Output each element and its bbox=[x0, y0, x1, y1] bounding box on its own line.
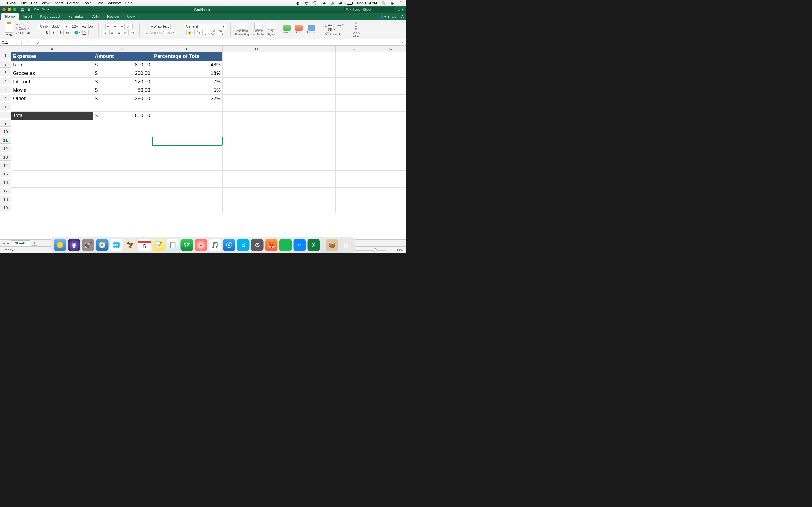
cell-D18[interactable] bbox=[223, 196, 290, 205]
menu-format[interactable]: Format bbox=[67, 1, 79, 5]
cell-E18[interactable] bbox=[290, 196, 336, 205]
minimize-window-button[interactable] bbox=[8, 8, 11, 11]
row-header-16[interactable]: 16 bbox=[0, 179, 11, 186]
cell-A17[interactable] bbox=[11, 187, 93, 196]
cell-F13[interactable] bbox=[336, 154, 372, 162]
cell-D17[interactable] bbox=[223, 187, 290, 196]
worksheet-grid[interactable]: ABCDEFG1ExpensesAmountPercentage of Tota… bbox=[0, 46, 406, 239]
menu-edit[interactable]: Edit bbox=[31, 1, 37, 5]
cell-E12[interactable] bbox=[290, 145, 336, 154]
dock-itunes[interactable]: 🎵 bbox=[209, 239, 221, 251]
cell-C4[interactable]: 7% bbox=[152, 78, 223, 86]
increase-indent-button[interactable]: ⇥ bbox=[130, 30, 135, 36]
spotlight-icon[interactable]: 🔍 bbox=[381, 1, 386, 5]
cell-B14[interactable] bbox=[93, 162, 152, 171]
tab-view[interactable]: View bbox=[123, 13, 139, 20]
collapse-ribbon-icon[interactable]: ᐱ bbox=[399, 14, 406, 20]
tab-formulas[interactable]: Formulas bbox=[64, 13, 87, 20]
control-center-icon[interactable]: ☰ bbox=[399, 1, 403, 5]
tab-page-layout[interactable]: Page Layout bbox=[36, 13, 64, 20]
cell-A9[interactable] bbox=[11, 120, 93, 128]
cell-G15[interactable] bbox=[372, 171, 406, 179]
row-header-6[interactable]: 6 bbox=[0, 95, 11, 101]
cut-button[interactable]: ✂Cut bbox=[16, 22, 30, 26]
cell-G16[interactable] bbox=[372, 179, 406, 187]
format-painter-button[interactable]: 🖌Format bbox=[16, 31, 30, 34]
cell-A18[interactable] bbox=[11, 196, 93, 205]
cell-C1[interactable]: Percentage of Total bbox=[152, 52, 223, 61]
cell-B13[interactable] bbox=[93, 154, 152, 162]
cell-B16[interactable] bbox=[93, 179, 152, 187]
cell-G18[interactable] bbox=[372, 196, 406, 205]
cell-A12[interactable] bbox=[11, 145, 93, 154]
attachment-icon[interactable]: ⏣ bbox=[304, 1, 309, 5]
menu-insert[interactable]: Insert bbox=[54, 1, 63, 5]
cell-G9[interactable] bbox=[372, 120, 406, 128]
dock-appstore[interactable]: Ⓐ bbox=[223, 239, 236, 251]
cell-A8[interactable]: Total bbox=[11, 112, 93, 120]
fx-icon[interactable]: fx bbox=[37, 41, 39, 45]
cell-E4[interactable] bbox=[290, 78, 336, 86]
tab-data[interactable]: Data bbox=[87, 13, 103, 20]
comma-format-button[interactable]: ˏ bbox=[202, 30, 208, 36]
cell-D7[interactable] bbox=[223, 103, 290, 112]
cell-B4[interactable]: $120.00 bbox=[93, 78, 152, 86]
qat-print-icon[interactable]: 🖶 bbox=[28, 8, 31, 11]
cell-A19[interactable] bbox=[11, 205, 93, 213]
cell-D2[interactable] bbox=[223, 61, 290, 69]
cell-G19[interactable] bbox=[372, 205, 406, 213]
dock-chrome[interactable]: 🌐 bbox=[110, 239, 123, 251]
row-header-3[interactable]: 3 bbox=[0, 69, 11, 76]
app-name[interactable]: Excel bbox=[7, 1, 17, 5]
menu-help[interactable]: Help bbox=[125, 1, 133, 5]
wifi-icon[interactable] bbox=[313, 1, 317, 5]
cell-D6[interactable] bbox=[223, 95, 290, 103]
dock-settings[interactable]: ⚙ bbox=[251, 239, 264, 251]
orientation-button[interactable]: ⤢▾ bbox=[126, 24, 133, 29]
cell-C19[interactable] bbox=[152, 205, 223, 213]
cell-G14[interactable] bbox=[372, 162, 406, 171]
dock-firefox[interactable]: 🦊 bbox=[265, 239, 278, 251]
siri-icon[interactable]: ◉ bbox=[390, 1, 395, 5]
row-header-19[interactable]: 19 bbox=[0, 205, 11, 211]
decrease-decimal-button[interactable]: .00→.0 bbox=[217, 30, 224, 36]
cell-C15[interactable] bbox=[152, 171, 223, 179]
cell-B2[interactable]: $800.00 bbox=[93, 61, 152, 69]
close-window-button[interactable] bbox=[2, 8, 6, 11]
cell-C18[interactable] bbox=[152, 196, 223, 205]
battery-status[interactable]: 46% bbox=[339, 1, 353, 5]
cell-E16[interactable] bbox=[290, 179, 336, 187]
font-color-button[interactable]: A▾ bbox=[82, 30, 89, 36]
cell-D13[interactable] bbox=[223, 154, 290, 162]
sheet-nav-prev-icon[interactable]: ◀ bbox=[3, 241, 5, 245]
clock[interactable]: Mon 1:24 AM bbox=[357, 1, 377, 5]
feedback-icon[interactable]: ☺ ▾ bbox=[397, 7, 404, 12]
cell-B12[interactable] bbox=[93, 145, 152, 154]
cell-A14[interactable] bbox=[11, 162, 93, 171]
cell-G6[interactable] bbox=[372, 95, 406, 103]
search-sheet-field[interactable]: 🔍▾ Search Sheet bbox=[344, 7, 395, 12]
cell-G12[interactable] bbox=[372, 145, 406, 154]
cell-E3[interactable] bbox=[290, 69, 336, 78]
dock-skype[interactable]: S bbox=[237, 239, 250, 251]
align-center-button[interactable]: ≡ bbox=[109, 30, 115, 36]
cell-D11[interactable] bbox=[223, 137, 290, 145]
cell-F8[interactable] bbox=[336, 112, 372, 120]
row-header-2[interactable]: 2 bbox=[0, 61, 11, 68]
row-header-13[interactable]: 13 bbox=[0, 154, 11, 161]
cell-F15[interactable] bbox=[336, 171, 372, 179]
cell-G7[interactable] bbox=[372, 103, 406, 112]
zoom-in-button[interactable]: + bbox=[389, 248, 391, 252]
cell-F9[interactable] bbox=[336, 120, 372, 128]
cell-F7[interactable] bbox=[336, 103, 372, 112]
cell-D5[interactable] bbox=[223, 86, 290, 95]
cell-F14[interactable] bbox=[336, 162, 372, 171]
cell-E1[interactable] bbox=[290, 52, 336, 61]
dock-safari[interactable]: 🧭 bbox=[96, 239, 109, 251]
cell-E11[interactable] bbox=[290, 137, 336, 145]
cell-E10[interactable] bbox=[290, 128, 336, 137]
cell-C11[interactable] bbox=[152, 137, 223, 145]
cell-C9[interactable] bbox=[152, 120, 223, 128]
dock-mail[interactable]: 🦅 bbox=[124, 239, 137, 251]
row-header-15[interactable]: 15 bbox=[0, 171, 11, 177]
